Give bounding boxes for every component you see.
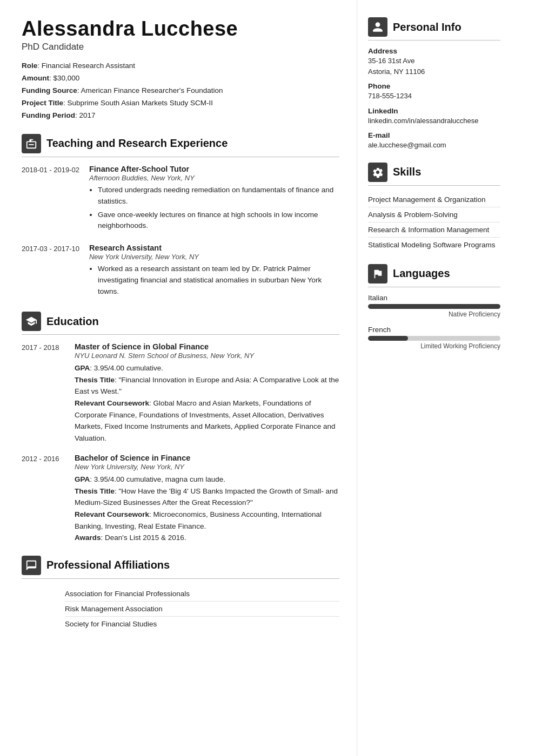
education-section: Education 2017 - 2018 Master of Science … bbox=[22, 312, 339, 544]
lang-french: French Limited Working Proficiency bbox=[368, 326, 500, 350]
languages-section: Languages Italian Native Proficiency Fre… bbox=[368, 264, 500, 350]
exp-bullet-2-1: Worked as a research assistant on team l… bbox=[98, 264, 339, 298]
skills-list: Project Management & Organization Analys… bbox=[368, 192, 500, 252]
edu-date-1: 2017 - 2018 bbox=[22, 342, 65, 444]
skill-item-4: Statistical Modeling Software Programs bbox=[368, 238, 500, 252]
skills-title: Skills bbox=[393, 166, 421, 178]
education-header: Education bbox=[22, 312, 339, 331]
experience-header: Teaching and Research Experience bbox=[22, 134, 339, 153]
affiliations-header: Professional Affiliations bbox=[22, 556, 339, 575]
skill-item-1: Project Management & Organization bbox=[368, 192, 500, 207]
funding-period: Funding Period: 2017 bbox=[22, 110, 339, 122]
skills-header: Skills bbox=[368, 163, 500, 182]
exp-content-2: Research Assistant New York University, … bbox=[89, 244, 339, 300]
edu-entry-1: 2017 - 2018 Master of Science in Global … bbox=[22, 342, 339, 444]
experience-icon bbox=[22, 134, 41, 153]
experience-title: Teaching and Research Experience bbox=[46, 137, 228, 150]
education-divider bbox=[22, 334, 339, 335]
job-title: PhD Candidate bbox=[22, 42, 339, 52]
address-block: Address 35-16 31st Ave Astoria, NY 11106 bbox=[368, 47, 500, 77]
linkedin-value: linkedin.com/in/alessandralucchese bbox=[368, 116, 500, 126]
graduation-icon bbox=[25, 315, 37, 327]
phone-value: 718-555-1234 bbox=[368, 91, 500, 102]
exp-entry-1: 2018-01 - 2019-02 Finance After-School T… bbox=[22, 165, 339, 234]
lang-italian-bar-bg bbox=[368, 304, 500, 309]
lang-french-bar-fill bbox=[368, 336, 408, 341]
affiliations-section: Professional Affiliations Association fo… bbox=[22, 556, 339, 631]
affiliations-divider bbox=[22, 578, 339, 579]
address-line2: Astoria, NY 11106 bbox=[368, 66, 500, 77]
right-column: Personal Info Address 35-16 31st Ave Ast… bbox=[357, 0, 513, 756]
funding-source: Funding Source: American Finance Researc… bbox=[22, 85, 339, 97]
languages-title: Languages bbox=[393, 267, 450, 280]
languages-icon bbox=[368, 264, 387, 284]
languages-header: Languages bbox=[368, 264, 500, 284]
personal-info-section: Personal Info Address 35-16 31st Ave Ast… bbox=[368, 17, 500, 151]
chat-icon bbox=[25, 559, 37, 571]
phone-label: Phone bbox=[368, 82, 500, 90]
exp-bullets-2: Worked as a research assistant on team l… bbox=[98, 264, 339, 298]
lang-italian-name: Italian bbox=[368, 294, 500, 302]
resume-page: Alessandra Lucchese PhD Candidate Role: … bbox=[0, 0, 535, 756]
funding-project: Project Title: Subprime South Asian Mark… bbox=[22, 97, 339, 110]
exp-bullets-1: Tutored undergrads needing remediation o… bbox=[98, 185, 339, 232]
exp-title-1: Finance After-School Tutor bbox=[89, 165, 339, 173]
affiliations-list: Association for Financial Professionals … bbox=[22, 586, 339, 631]
affiliations-icon bbox=[22, 556, 41, 575]
briefcase-icon bbox=[25, 138, 37, 150]
svg-rect-0 bbox=[29, 144, 34, 145]
education-title: Education bbox=[46, 315, 99, 328]
linkedin-block: LinkedIn linkedin.com/in/alessandralucch… bbox=[368, 107, 500, 126]
lang-french-level: Limited Working Proficiency bbox=[368, 342, 500, 350]
edu-content-2: Bachelor of Science in Finance New York … bbox=[75, 454, 339, 544]
languages-divider bbox=[368, 287, 500, 287]
skill-item-2: Analysis & Problem-Solving bbox=[368, 207, 500, 222]
lang-french-bar-bg bbox=[368, 336, 500, 341]
personal-info-header: Personal Info bbox=[368, 17, 500, 37]
exp-date-1: 2018-01 - 2019-02 bbox=[22, 165, 79, 234]
edu-coursework-2: Relevant Coursework: Microeconomics, Bus… bbox=[75, 509, 339, 532]
address-label: Address bbox=[368, 47, 500, 55]
education-icon bbox=[22, 312, 41, 331]
skills-divider bbox=[368, 185, 500, 186]
affil-item-3: Society for Financial Studies bbox=[65, 617, 339, 631]
email-value: ale.lucchese@gmail.com bbox=[368, 140, 500, 151]
edu-coursework-1: Relevant Coursework: Global Macro and As… bbox=[75, 397, 339, 444]
affil-item-1: Association for Financial Professionals bbox=[65, 586, 339, 602]
edu-thesis-1: Thesis Title: "Financial Innovation in E… bbox=[75, 374, 339, 397]
edu-content-1: Master of Science in Global Finance NYU … bbox=[75, 342, 339, 444]
lang-italian-bar-fill bbox=[368, 304, 500, 309]
email-label: E-mail bbox=[368, 131, 500, 139]
edu-date-2: 2012 - 2016 bbox=[22, 454, 65, 544]
experience-divider bbox=[22, 157, 339, 157]
funding-role: Role: Financial Research Assistant bbox=[22, 60, 339, 72]
affiliations-title: Professional Affiliations bbox=[46, 559, 170, 571]
edu-org-2: New York University, New York, NY bbox=[75, 463, 339, 471]
edu-awards-2: Awards: Dean's List 2015 & 2016. bbox=[75, 532, 339, 544]
edu-thesis-2: Thesis Title: "How Have the 'Big 4' US B… bbox=[75, 485, 339, 509]
edu-org-1: NYU Leonard N. Stern School of Business,… bbox=[75, 352, 339, 360]
skills-icon bbox=[368, 163, 387, 182]
lang-french-name: French bbox=[368, 326, 500, 334]
exp-bullet-1-1: Tutored undergrads needing remediation o… bbox=[98, 185, 339, 207]
funding-amount: Amount: $30,000 bbox=[22, 72, 339, 85]
person-icon bbox=[372, 21, 384, 33]
lang-italian: Italian Native Proficiency bbox=[368, 294, 500, 318]
personal-info-icon bbox=[368, 17, 387, 37]
lang-italian-level: Native Proficiency bbox=[368, 310, 500, 318]
edu-entry-2: 2012 - 2016 Bachelor of Science in Finan… bbox=[22, 454, 339, 544]
edu-gpa-1: GPA: 3.95/4.00 cumulative. bbox=[75, 362, 339, 374]
personal-info-divider bbox=[368, 40, 500, 40]
full-name: Alessandra Lucchese bbox=[22, 17, 339, 40]
experience-section: Teaching and Research Experience 2018-01… bbox=[22, 134, 339, 300]
email-block: E-mail ale.lucchese@gmail.com bbox=[368, 131, 500, 151]
exp-org-1: Afternoon Buddies, New York, NY bbox=[89, 174, 339, 182]
flag-icon bbox=[372, 268, 384, 280]
exp-title-2: Research Assistant bbox=[89, 244, 339, 252]
exp-org-2: New York University, New York, NY bbox=[89, 253, 339, 261]
skills-gear-icon bbox=[372, 166, 384, 178]
funding-block: Role: Financial Research Assistant Amoun… bbox=[22, 60, 339, 122]
exp-bullet-1-2: Gave once-weekly lectures on finance at … bbox=[98, 210, 339, 232]
address-line1: 35-16 31st Ave bbox=[368, 56, 500, 66]
name-block: Alessandra Lucchese PhD Candidate bbox=[22, 17, 339, 52]
